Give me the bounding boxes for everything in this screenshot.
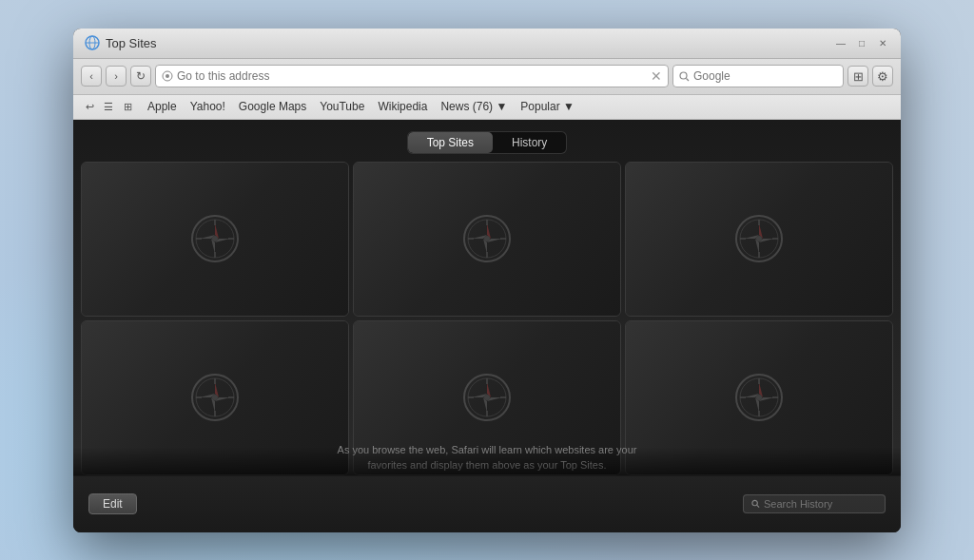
grid-view-icon[interactable]: ⊞ bbox=[119, 98, 136, 115]
bookmark-yahoo[interactable]: Yahoo! bbox=[185, 98, 231, 115]
svg-line-6 bbox=[687, 78, 690, 81]
back-button[interactable]: ‹ bbox=[81, 66, 102, 87]
bookmark-quick-icons: ↩ ☰ ⊞ bbox=[81, 98, 136, 115]
search-history-input[interactable] bbox=[764, 498, 877, 510]
svg-point-35 bbox=[756, 236, 762, 241]
address-bar[interactable]: ✕ bbox=[155, 65, 669, 87]
site-tile-4[interactable] bbox=[81, 320, 349, 475]
safari-compass-icon-4 bbox=[190, 373, 240, 422]
main-content: Top Sites History bbox=[73, 120, 901, 532]
bookmark-wikipedia[interactable]: Wikipedia bbox=[372, 98, 433, 115]
search-bar[interactable] bbox=[672, 65, 844, 87]
browser-window: Top Sites — □ ✕ ‹ › ↻ ✕ ⊞ bbox=[73, 29, 901, 532]
svg-point-46 bbox=[212, 395, 218, 400]
browser-toolbar: ‹ › ↻ ✕ ⊞ ⚙ bbox=[73, 59, 901, 95]
site-tile-2[interactable] bbox=[353, 162, 621, 317]
svg-point-5 bbox=[680, 72, 687, 79]
site-tile-1[interactable] bbox=[81, 162, 349, 317]
search-icon bbox=[679, 71, 690, 82]
bookmark-news[interactable]: News (76) ▼ bbox=[435, 98, 513, 115]
svg-point-73 bbox=[752, 500, 757, 505]
edit-button[interactable]: Edit bbox=[88, 493, 137, 514]
svg-point-57 bbox=[484, 395, 490, 400]
address-clear-button[interactable]: ✕ bbox=[651, 69, 662, 83]
site-tile-3[interactable] bbox=[625, 162, 893, 317]
tab-history[interactable]: History bbox=[493, 132, 566, 153]
maximize-button[interactable]: □ bbox=[855, 36, 868, 49]
search-history-icon bbox=[751, 499, 760, 509]
safari-compass-icon-1 bbox=[190, 214, 240, 263]
top-sites-grid bbox=[73, 154, 901, 475]
reload-button[interactable]: ↻ bbox=[130, 66, 151, 87]
tab-top-sites[interactable]: Top Sites bbox=[408, 132, 493, 153]
bottom-bar: Edit bbox=[73, 475, 901, 532]
search-history-bar[interactable] bbox=[743, 494, 886, 513]
open-pages-button[interactable]: ⊞ bbox=[847, 66, 868, 87]
safari-compass-icon-3 bbox=[734, 214, 784, 263]
info-line1: As you browse the web, Safari will learn… bbox=[338, 444, 637, 455]
forward-button[interactable]: › bbox=[106, 66, 127, 87]
location-icon bbox=[162, 70, 173, 82]
svg-point-4 bbox=[166, 74, 169, 78]
bookmark-google-maps[interactable]: Google Maps bbox=[233, 98, 312, 115]
bookmarks-bar: ↩ ☰ ⊞ Apple Yahoo! Google Maps YouTube W… bbox=[73, 95, 901, 120]
minimize-button[interactable]: — bbox=[834, 36, 847, 49]
toolbar-action-icons: ⊞ ⚙ bbox=[847, 66, 893, 87]
search-input[interactable] bbox=[693, 69, 837, 83]
svg-point-68 bbox=[756, 395, 762, 400]
svg-line-74 bbox=[757, 505, 759, 507]
address-input[interactable] bbox=[177, 69, 647, 83]
safari-compass-icon-6 bbox=[734, 373, 784, 422]
window-controls: — □ ✕ bbox=[834, 36, 889, 49]
back-history-icon[interactable]: ↩ bbox=[81, 98, 98, 115]
svg-point-13 bbox=[212, 236, 218, 241]
browser-icon bbox=[85, 35, 100, 50]
title-bar: Top Sites — □ ✕ bbox=[73, 29, 901, 59]
info-text: As you browse the web, Safari will learn… bbox=[335, 442, 639, 473]
svg-point-24 bbox=[484, 236, 490, 241]
close-button[interactable]: ✕ bbox=[876, 36, 889, 49]
site-tile-6[interactable] bbox=[625, 320, 893, 475]
safari-compass-icon-5 bbox=[462, 373, 512, 422]
bookmark-youtube[interactable]: YouTube bbox=[314, 98, 370, 115]
view-tabs: Top Sites History bbox=[407, 131, 568, 154]
bookmark-popular[interactable]: Popular ▼ bbox=[515, 98, 580, 115]
reading-list-icon[interactable]: ☰ bbox=[100, 98, 117, 115]
info-line2: favorites and display them above as your… bbox=[367, 459, 606, 471]
settings-button[interactable]: ⚙ bbox=[872, 66, 893, 87]
window-title: Top Sites bbox=[106, 36, 834, 50]
bookmark-apple[interactable]: Apple bbox=[142, 98, 183, 115]
safari-compass-icon-2 bbox=[462, 214, 512, 263]
